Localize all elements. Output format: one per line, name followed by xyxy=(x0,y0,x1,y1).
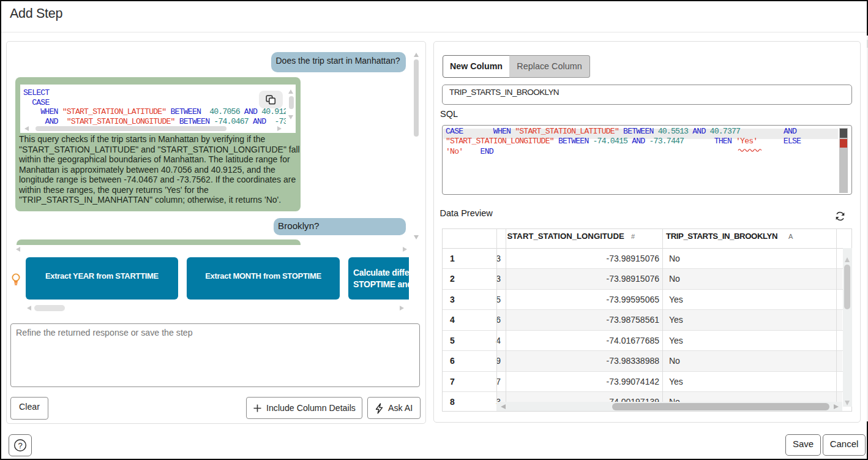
svg-text:?: ? xyxy=(18,441,22,450)
